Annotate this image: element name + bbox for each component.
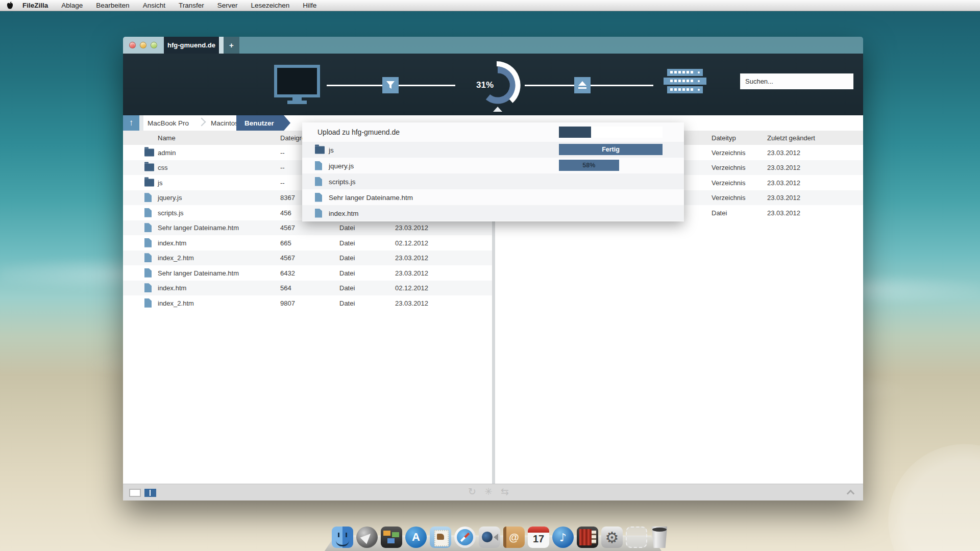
apple-icon	[7, 2, 13, 10]
dock-finder-icon[interactable]	[332, 527, 353, 548]
dock-photo-booth-icon[interactable]	[577, 527, 598, 548]
table-row[interactable]: index.htm665Datei02.12.2012	[123, 235, 492, 251]
file-icon	[144, 283, 152, 292]
server-unit	[664, 78, 706, 85]
zoom-button[interactable]	[151, 42, 157, 48]
menu-item-lesezeichen[interactable]: Lesezeichen	[244, 0, 296, 11]
breadcrumb-item-benutzer[interactable]: Benutzer	[236, 115, 290, 131]
dock-trash-icon[interactable]	[650, 527, 669, 548]
file-icon	[315, 209, 322, 218]
column-header-name[interactable]: Name	[158, 134, 176, 142]
file-icon	[144, 253, 152, 262]
server-unit	[667, 69, 703, 76]
apple-menu[interactable]	[0, 2, 19, 10]
dock-launchpad-icon[interactable]	[356, 527, 378, 548]
upload-item-row[interactable]: scripts.js	[302, 173, 684, 189]
remote-server-icon[interactable]	[667, 69, 703, 95]
file-icon	[144, 238, 152, 247]
menu-item-transfer[interactable]: Transfer	[172, 0, 211, 11]
filter-button[interactable]	[382, 77, 399, 93]
menu-item-filezilla[interactable]: FileZilla	[19, 0, 55, 11]
folder-icon	[144, 148, 154, 156]
dock-safari-icon[interactable]	[454, 527, 476, 548]
popover-anchor-icon[interactable]	[493, 107, 502, 112]
dock-system-preferences-icon[interactable]: ⚙	[601, 527, 623, 548]
up-directory-button[interactable]: ↑	[123, 115, 139, 131]
menu-item-bearbeiten[interactable]: Bearbeiten	[89, 0, 136, 11]
file-icon	[315, 177, 322, 186]
upload-item-row[interactable]: Sehr langer Dateiname.htm	[302, 189, 684, 205]
new-tab-button[interactable]: +	[224, 37, 239, 54]
folder-icon	[315, 146, 325, 154]
table-row[interactable]: Sehr langer Dateiname.htm4567Datei23.03.…	[123, 220, 492, 236]
file-icon	[144, 268, 152, 278]
filezilla-window: hfg-gmuend.de + 31%	[123, 37, 863, 500]
transfer-progress-label: 31%	[476, 80, 494, 90]
tab-bar: hfg-gmuend.de +	[123, 37, 863, 54]
traffic-lights	[123, 37, 164, 54]
table-row[interactable]: index_2.htm4567Datei23.03.2012	[123, 251, 492, 266]
minimize-button[interactable]	[140, 42, 146, 48]
dock-placeholder-icon[interactable]	[626, 527, 647, 548]
dual-pane-view-button[interactable]	[144, 489, 156, 497]
table-row[interactable]: index.htm564Datei02.12.2012	[123, 281, 492, 296]
swap-panes-icon[interactable]: ⇆	[501, 486, 509, 497]
upload-panel-title: Upload zu hfg-gmuend.de	[317, 128, 400, 136]
upload-item-row[interactable]: jquery.js 58%	[302, 158, 684, 173]
dock-itunes-icon[interactable]: ♪	[552, 527, 574, 548]
table-row[interactable]: Sehr langer Dateiname.htm6432Datei23.03.…	[123, 265, 492, 281]
overall-progress-bar	[559, 127, 663, 138]
close-button[interactable]	[129, 42, 136, 48]
sync-icon[interactable]: ✳	[484, 486, 493, 497]
search-input[interactable]	[740, 73, 853, 89]
file-icon	[315, 161, 322, 170]
folder-icon	[144, 164, 154, 171]
folder-icon	[144, 179, 154, 186]
eject-icon	[578, 81, 587, 89]
dock-contacts-icon[interactable]: @	[503, 527, 525, 548]
breadcrumb-gap	[139, 115, 143, 131]
menu-item-hilfe[interactable]: Hilfe	[296, 0, 323, 11]
menu-item-ablage[interactable]: Ablage	[55, 0, 89, 11]
server-unit	[667, 86, 703, 93]
file-icon	[144, 298, 152, 308]
menu-bar: FileZilla Ablage Bearbeiten Ansicht Tran…	[0, 0, 980, 11]
upload-item-row[interactable]: js Fertig	[302, 142, 684, 158]
dock-calendar-icon[interactable]: 17	[528, 527, 549, 548]
single-pane-view-button[interactable]	[129, 489, 141, 497]
eject-button[interactable]	[574, 77, 591, 93]
menu-item-server[interactable]: Server	[211, 0, 244, 11]
upload-item-row[interactable]: index.htm	[302, 205, 684, 221]
dock-mission-control-icon[interactable]	[381, 527, 402, 548]
file-icon	[315, 193, 322, 202]
upload-queue-panel: Upload zu hfg-gmuend.de js Fertig jquery…	[302, 122, 684, 221]
file-icon	[144, 208, 152, 217]
table-row[interactable]: index_2.htm9807Datei23.03.2012	[123, 295, 492, 311]
tab-separator	[219, 37, 224, 54]
status-bar: ↻ ✳ ⇆	[123, 484, 863, 500]
file-icon	[144, 193, 152, 202]
menu-item-ansicht[interactable]: Ansicht	[136, 0, 172, 11]
dock: A @ 17 ♪ ⚙	[325, 521, 662, 551]
dock-facetime-icon[interactable]	[479, 527, 500, 548]
breadcrumb-item-macbook-pro[interactable]: MacBook Pro	[148, 115, 189, 131]
local-computer-icon[interactable]	[274, 65, 320, 105]
chevron-right-icon	[198, 118, 204, 128]
file-icon	[144, 223, 152, 232]
filezilla-watermark	[888, 444, 980, 551]
filter-icon	[386, 81, 395, 90]
dock-mail-icon[interactable]	[430, 527, 451, 548]
column-header-modified[interactable]: Zuletzt geändert	[767, 134, 815, 142]
dock-app-store-icon[interactable]: A	[405, 527, 427, 548]
refresh-icon[interactable]: ↻	[468, 486, 476, 497]
collapse-chevron-icon[interactable]	[848, 491, 854, 495]
tab-hfg-gmuend[interactable]: hfg-gmuend.de	[164, 37, 219, 54]
toolbar-header: 31%	[123, 54, 863, 115]
column-header-filetype[interactable]: Dateityp	[712, 134, 736, 142]
